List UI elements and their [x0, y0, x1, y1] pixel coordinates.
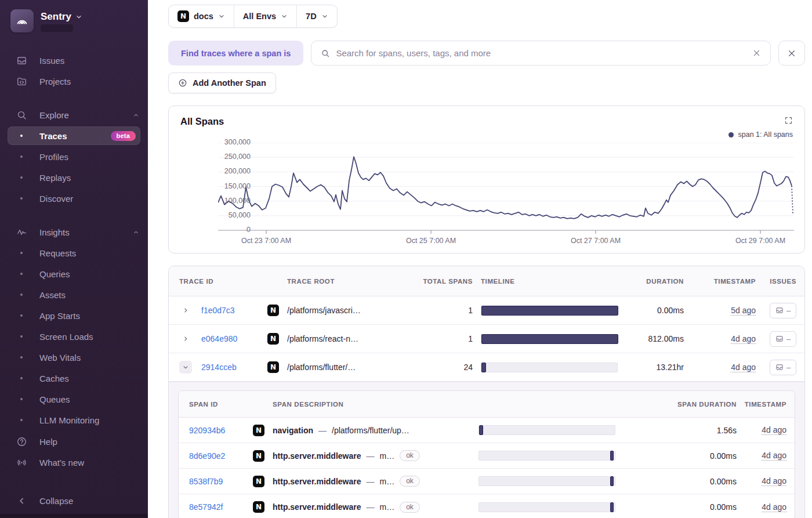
timestamp[interactable]: 4d ago: [762, 425, 786, 435]
sidebar-item-llm-monitoring[interactable]: LLM Monitoring: [0, 410, 148, 430]
chart-legend[interactable]: span 1: All spans: [180, 130, 793, 139]
search-icon: [15, 108, 28, 121]
span-desc-text: /platforms/flutter/up…: [332, 426, 409, 435]
chevron-down-icon: [218, 13, 225, 20]
timeline-bar: [478, 425, 615, 435]
sidebar-item-caches[interactable]: Caches: [0, 368, 148, 389]
span-desc-text: m…: [380, 451, 395, 461]
chevron-left-icon: [15, 494, 28, 507]
bullet-icon: [15, 155, 28, 158]
trace-id-link[interactable]: f1e0d7c3: [201, 306, 259, 315]
main-content: N docs All Envs 7D Find traces where a s…: [148, 0, 812, 518]
span-description: http.server.middleware—m…ok: [273, 450, 470, 461]
sidebar-item-discover[interactable]: Discover: [0, 188, 148, 209]
issues-button[interactable]: –: [770, 331, 796, 347]
issues-count-placeholder: –: [786, 306, 791, 315]
sidebar-item-replays[interactable]: Replays: [0, 167, 148, 188]
sidebar-item-app-starts[interactable]: App Starts: [0, 305, 148, 326]
sidebar-item-profiles[interactable]: Profiles: [0, 146, 148, 167]
bullet-icon: [15, 419, 28, 421]
table-row[interactable]: f1e0d7c3N/platforms/javascri…10.00ms5d a…: [169, 296, 804, 325]
x-axis-label: Oct 27 7:00 AM: [571, 237, 621, 245]
chevron-down-icon: [321, 13, 328, 20]
col-span-description: SPAN DESCRIPTION: [273, 401, 470, 408]
span-duration: 0.00ms: [710, 502, 737, 512]
trace-id-link[interactable]: 2914cceb: [201, 363, 259, 372]
collapse-button[interactable]: Collapse: [0, 490, 148, 511]
collapse-row-icon[interactable]: [179, 361, 192, 374]
issues-button[interactable]: –: [770, 360, 796, 375]
y-axis-label: 0: [216, 226, 251, 234]
duration: 0.00ms: [657, 306, 684, 315]
sidebar-item-label: Projects: [39, 77, 71, 86]
sidebar-item-queues[interactable]: Queues: [0, 389, 148, 410]
environment-selector[interactable]: All Envs: [234, 5, 296, 27]
timestamp[interactable]: 4d ago: [762, 451, 786, 461]
add-another-span-button[interactable]: Add Another Span: [168, 73, 276, 93]
span-row[interactable]: 8538f7b9Nhttp.server.middleware—m…ok0.00…: [179, 469, 795, 494]
col-trace-root: TRACE ROOT: [287, 278, 395, 285]
sidebar-item-queries[interactable]: Queries: [0, 263, 148, 284]
sidebar-section-insights[interactable]: Insights: [0, 222, 148, 242]
sidebar-item-screen-loads[interactable]: Screen Loads: [0, 326, 148, 347]
span-id-link[interactable]: 8e57942f: [189, 502, 245, 512]
y-axis-label: 100,000: [216, 197, 251, 205]
sidebar-item-help[interactable]: Help: [0, 431, 148, 452]
timestamp[interactable]: 4d ago: [731, 363, 756, 372]
org-switcher[interactable]: Sentry: [41, 11, 82, 23]
search-icon: [321, 49, 330, 58]
expand-row-icon[interactable]: [179, 332, 192, 345]
sidebar-item-label: What's new: [39, 458, 84, 468]
timestamp[interactable]: 4d ago: [762, 476, 786, 486]
close-icon: [787, 49, 796, 58]
table-row[interactable]: e064e980N/platforms/react-n…1812.00ms4d …: [169, 325, 804, 353]
sidebar-item-traces[interactable]: Tracesbeta: [8, 126, 140, 145]
sidebar-item-what-s-new[interactable]: What's new: [0, 452, 148, 473]
issues-button[interactable]: –: [770, 303, 796, 318]
timestamp[interactable]: 4d ago: [762, 502, 786, 512]
sidebar-item-projects[interactable]: Projects: [0, 71, 148, 92]
col-span-timestamp: TIMESTAMP: [745, 401, 786, 408]
span-id-link[interactable]: 920934b6: [189, 426, 245, 435]
y-axis-label: 250,000: [216, 153, 251, 161]
clear-search-icon[interactable]: [752, 49, 761, 57]
remove-span-button[interactable]: [778, 41, 805, 66]
table-row[interactable]: 2914ccebN/platforms/flutter/…2413.21hr4d…: [169, 353, 804, 382]
span-search-box[interactable]: [311, 41, 771, 66]
span-filter-row: Find traces where a span is: [168, 41, 805, 66]
sentry-logo-icon[interactable]: [10, 9, 34, 32]
span-duration: 1.56s: [717, 426, 737, 435]
sidebar-item-web-vitals[interactable]: Web Vitals: [0, 347, 148, 368]
nextjs-icon: N: [267, 361, 279, 373]
trace-root: /platforms/react-n…: [287, 334, 395, 343]
timestamp[interactable]: 4d ago: [731, 334, 756, 344]
timestamp[interactable]: 5d ago: [731, 306, 756, 316]
span-row[interactable]: 8e57942fNhttp.server.middleware—m…ok0.00…: [179, 494, 795, 518]
project-selector[interactable]: N docs: [169, 5, 234, 27]
date-range-selector-label: 7D: [306, 12, 317, 21]
span-row[interactable]: 920934b6Nnavigation—/platforms/flutter/u…: [179, 418, 795, 443]
trace-id-link[interactable]: e064e980: [201, 334, 259, 343]
sidebar-item-label: Replays: [39, 173, 71, 183]
cut-off-banner: [0, 514, 148, 518]
chevron-up-icon: [132, 111, 140, 119]
sidebar-item-assets[interactable]: Assets: [0, 284, 148, 305]
col-duration: DURATION: [646, 278, 684, 285]
timeline-bar: [478, 451, 615, 461]
span-row[interactable]: 8d6e90e2Nhttp.server.middleware—m…ok0.00…: [179, 443, 795, 469]
sidebar-item-issues[interactable]: Issues: [0, 50, 148, 71]
x-axis-label: Oct 23 7:00 AM: [241, 237, 291, 245]
span-search-input[interactable]: [336, 48, 746, 58]
trace-table-header: TRACE ID TRACE ROOT TOTAL SPANS TIMELINE…: [169, 266, 804, 296]
expand-row-icon[interactable]: [179, 304, 192, 317]
timeline-bar: [478, 502, 615, 512]
all-spans-chart-panel: All Spans span 1: All spans Oct 23 7:00 …: [168, 106, 805, 253]
col-total-spans: TOTAL SPANS: [423, 278, 473, 285]
span-id-link[interactable]: 8d6e90e2: [189, 451, 245, 461]
expand-chart-icon[interactable]: [784, 116, 793, 125]
date-range-selector[interactable]: 7D: [296, 5, 337, 27]
sidebar-section-explore[interactable]: Explore: [0, 104, 148, 125]
span-id-link[interactable]: 8538f7b9: [189, 477, 245, 486]
sidebar-item-requests[interactable]: Requests: [0, 242, 148, 263]
bullet-icon: [15, 252, 28, 254]
